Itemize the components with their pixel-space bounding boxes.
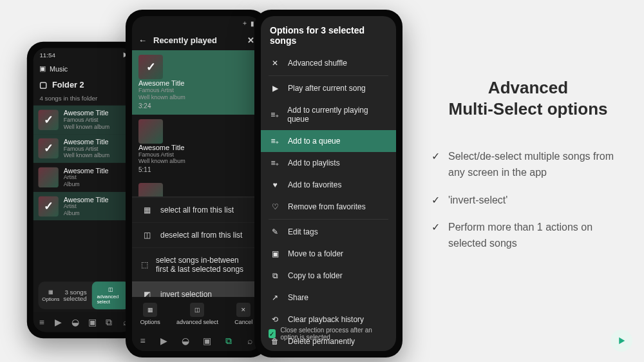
app-brand-badge <box>611 330 632 352</box>
option-label: Remove from favorites <box>288 202 366 211</box>
song-artist: Famous Artist <box>64 117 109 124</box>
option-item[interactable]: ⧉Copy to a folder <box>261 265 396 287</box>
option-item[interactable]: ✎Edit tags <box>261 221 396 243</box>
selection-bar: ▦Options 3 songs selected ◫advanced sele… <box>38 281 129 309</box>
folder-icon: ▣ <box>39 64 46 73</box>
song-album: Well known album <box>138 158 254 165</box>
select-icon: ▦ <box>141 205 153 214</box>
advanced-select-button[interactable]: ◫advanced select <box>176 303 218 325</box>
option-item[interactable]: ▣Move to a folder <box>261 243 396 265</box>
song-artist: Famous Artist <box>64 146 109 153</box>
option-item[interactable]: ▶Play after current song <box>261 77 396 99</box>
select-menu-item[interactable]: ▦select all from this list <box>132 197 261 222</box>
statusbar: ＋▮ <box>132 16 261 30</box>
back-icon[interactable]: ← <box>138 35 147 45</box>
phone-options: Options for 3 selected songs ✕Advanced s… <box>254 10 402 357</box>
select-menu-label: deselect all from this list <box>160 231 242 240</box>
song-row[interactable]: Awesome Title Artist Album <box>33 192 135 221</box>
select-menu-item[interactable]: ◫deselect all from this list <box>132 222 261 247</box>
marketing-copy: AdvancedMulti-Select options Select/de-s… <box>431 77 625 263</box>
song-title: Awesome Title <box>64 138 109 146</box>
add-icon[interactable]: ＋ <box>242 19 248 28</box>
album-art <box>38 110 58 129</box>
queue-icon[interactable]: ≡ <box>36 316 48 328</box>
option-item[interactable]: ♡Remove from favorites <box>261 196 396 218</box>
folder-outline-icon: ▢ <box>39 80 47 90</box>
status-time: 11:54 <box>39 52 55 59</box>
select-icon: ⬚ <box>141 260 148 269</box>
statusbar: 11:54 <box>33 48 135 62</box>
play-icon[interactable]: ▶ <box>158 335 170 347</box>
select-menu-item[interactable]: ⬚select songs in-between first & last se… <box>132 247 261 281</box>
song-duration: 3:24 <box>138 102 151 110</box>
option-item[interactable]: ✕Advanced shuffle <box>261 52 396 74</box>
options-title: Options for 3 selected songs <box>261 16 396 52</box>
bullet-item: Select/de-select multiple songs from any… <box>431 149 625 181</box>
select-icon: ◫ <box>141 231 153 240</box>
library-icon[interactable]: ⧉ <box>103 316 115 328</box>
folder-header[interactable]: ▢ Folder 2 <box>33 75 135 95</box>
library-icon[interactable]: ⧉ <box>223 335 234 347</box>
advanced-select-button[interactable]: ◫advanced select <box>92 281 129 309</box>
song-row[interactable]: Awesome Title Artist Album <box>33 163 135 192</box>
breadcrumb-label: Music <box>50 64 68 72</box>
option-icon: ≡₊ <box>270 137 280 146</box>
song-row[interactable]: Awesome Title Famous Artist Well known a… <box>132 115 261 179</box>
song-title: Awesome Title <box>138 144 254 151</box>
song-row[interactable]: Awesome Title Famous Artist Well known a… <box>33 134 135 163</box>
song-title: Awesome Title <box>138 79 254 87</box>
sheet-bottom-bar: ▦Options ◫advanced select ✕Cancel <box>132 297 261 330</box>
phone-center: ＋▮ ← Recently played ✕ Awesome Title Fam… <box>126 10 267 357</box>
person-icon[interactable]: ◒ <box>180 335 191 347</box>
song-artist: Famous Artist <box>138 87 254 94</box>
close-after-toggle[interactable]: ✓ Close selection process after an optio… <box>261 323 396 345</box>
option-label: Advanced shuffle <box>288 59 347 68</box>
toggle-label: Close selection process after an option … <box>281 327 388 341</box>
options-button[interactable]: ▦Options <box>38 289 63 302</box>
option-icon: ≡₊ <box>270 110 279 119</box>
play-icon[interactable]: ▶ <box>53 316 64 328</box>
option-icon: ♥ <box>270 180 280 189</box>
option-label: Move to a folder <box>288 249 343 258</box>
page-title: Recently played <box>153 35 217 45</box>
person-icon[interactable]: ◒ <box>70 316 81 328</box>
option-item[interactable]: ≡₊Add to currently playing queue <box>261 99 396 130</box>
option-item[interactable]: ≡₊Add to a queue <box>261 130 396 152</box>
album-art <box>38 167 58 187</box>
phone-back: 11:54 ▣ Music ▢ Folder 2 4 songs in this… <box>27 42 140 339</box>
folder-icon[interactable]: ▣ <box>202 335 213 347</box>
song-album: Well known album <box>138 94 254 101</box>
option-icon: ✎ <box>270 227 280 236</box>
song-row[interactable]: Awesome Title Famous Artist Well known a… <box>132 50 261 115</box>
option-item[interactable]: ↗Share <box>261 287 396 309</box>
song-title: Awesome Title <box>64 110 109 117</box>
album-art <box>138 119 163 144</box>
song-album: Album <box>64 210 109 217</box>
song-artist: Artist <box>64 203 109 210</box>
select-menu-label: select all from this list <box>160 205 234 214</box>
song-album: Well known album <box>64 153 109 160</box>
album-art <box>138 55 163 79</box>
song-title: Awesome Title <box>64 167 109 175</box>
option-label: Edit tags <box>288 227 318 236</box>
cancel-button[interactable]: ✕Cancel <box>234 303 252 325</box>
queue-icon[interactable]: ≡ <box>137 335 149 347</box>
advanced-select-sheet: ▦select all from this list◫deselect all … <box>132 196 261 351</box>
shuffle-icon[interactable]: ✕ <box>247 35 254 45</box>
bottom-nav: ≡ ▶ ◒ ▣ ⧉ ⌕ <box>33 312 135 332</box>
song-album: Album <box>64 181 109 188</box>
option-item[interactable]: ♥Add to favorites <box>261 174 396 196</box>
album-art <box>38 196 58 216</box>
option-item[interactable]: ≡₊Add to playlists <box>261 152 396 174</box>
breadcrumb[interactable]: ▣ Music <box>33 62 135 75</box>
song-row[interactable]: Awesome Title Famous Artist Well known a… <box>33 106 135 135</box>
bottom-nav: ≡ ▶ ◒ ▣ ⧉ ⌕ <box>132 330 261 351</box>
options-button[interactable]: ▦Options <box>140 303 160 325</box>
option-icon: ↗ <box>270 293 280 302</box>
option-label: Play after current song <box>288 84 366 93</box>
folder-icon[interactable]: ▣ <box>86 316 98 328</box>
folder-subtitle: 4 songs in this folder <box>33 95 135 106</box>
checkbox-icon[interactable]: ✓ <box>269 329 276 338</box>
option-icon: ♡ <box>270 202 280 211</box>
selection-count: 3 songs selected <box>63 289 91 303</box>
